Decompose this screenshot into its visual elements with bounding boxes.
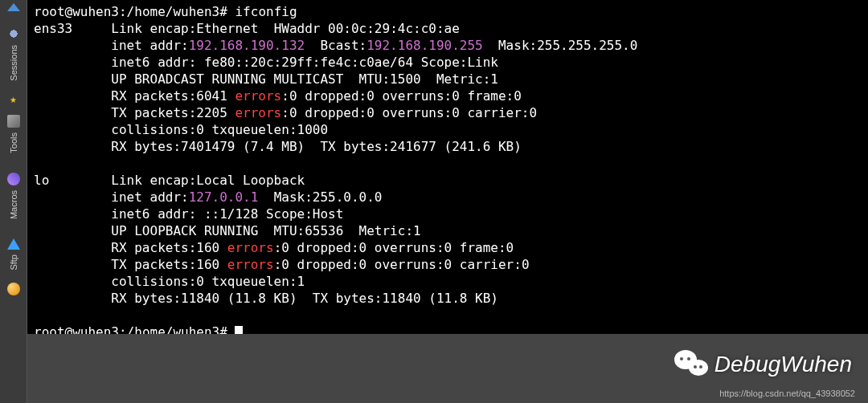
- watermark-text: DebugWuhen: [714, 352, 852, 377]
- macros-icon: [7, 173, 20, 185]
- prompt-path: /home/wuhen3: [127, 4, 220, 19]
- interface-name: ens33: [34, 21, 72, 36]
- sidebar-tab-sessions[interactable]: Sessions: [2, 18, 26, 90]
- sidebar-tab-label: Sftp: [9, 254, 18, 271]
- sidebar-tab-tools[interactable]: Tools: [2, 106, 26, 162]
- ip-address: 127.0.0.1: [189, 189, 259, 205]
- prompt-path: /home/wuhen3: [127, 324, 220, 334]
- watermark: DebugWuhen: [674, 350, 852, 379]
- csdn-source-url: https://blog.csdn.net/qq_43938052: [719, 389, 855, 398]
- sessions-icon: [7, 27, 20, 40]
- sidebar-tab-label: Sessions: [9, 45, 18, 81]
- prompt-user: root@wuhen3: [34, 324, 119, 334]
- wechat-icon: [674, 350, 708, 379]
- status-ball-icon[interactable]: [7, 283, 20, 295]
- sidebar-tab-label: Tools: [9, 132, 18, 153]
- tools-icon: [7, 115, 20, 128]
- terminal-cursor: [235, 326, 243, 335]
- errors-label: errors: [235, 105, 281, 120]
- bcast-address: 192.168.190.255: [366, 38, 483, 53]
- sftp-icon: [7, 237, 20, 250]
- errors-label: errors: [227, 257, 274, 272]
- errors-label: errors: [227, 240, 274, 255]
- sidebar: Sessions ★ Tools Macros Sftp: [0, 0, 27, 403]
- interface-name: lo: [34, 173, 49, 188]
- command-text: ifconfig: [235, 4, 297, 19]
- collapse-arrow-icon[interactable]: [7, 3, 20, 11]
- sidebar-tab-macros[interactable]: Macros: [2, 164, 26, 228]
- terminal-output[interactable]: root@wuhen3:/home/wuhen3# ifconfig ens33…: [27, 0, 868, 334]
- prompt-user: root@wuhen3: [34, 4, 119, 19]
- sidebar-tab-sftp[interactable]: Sftp: [2, 230, 26, 278]
- sidebar-star-icon[interactable]: ★: [10, 92, 16, 106]
- sidebar-tab-label: Macros: [9, 190, 18, 219]
- errors-label: errors: [235, 88, 281, 104]
- ip-address: 192.168.190.132: [189, 38, 305, 53]
